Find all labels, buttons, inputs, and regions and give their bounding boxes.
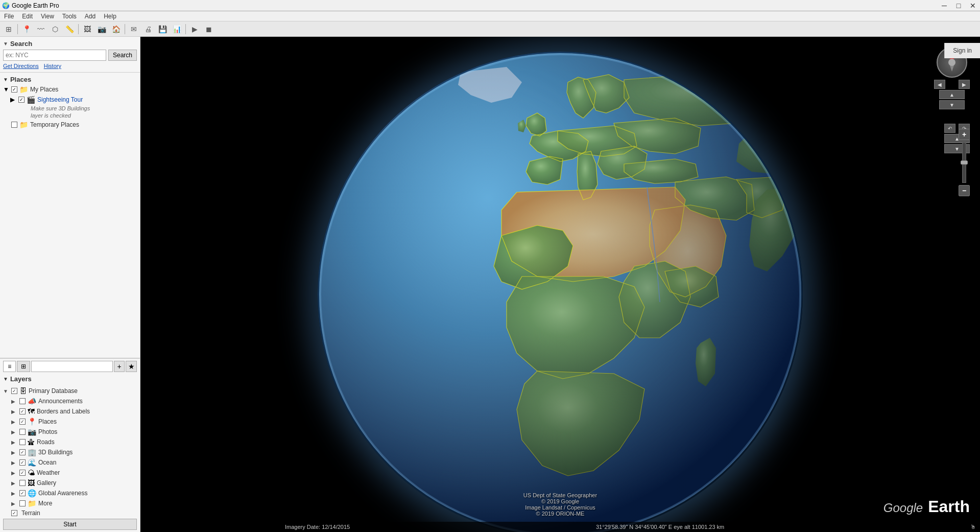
menu-add[interactable]: Add [81, 12, 100, 21]
layer-more[interactable]: ▶ 📁 More [0, 498, 140, 508]
sightseeing-tour-label[interactable]: Sightseeing Tour [37, 96, 83, 103]
toolbar-email-btn[interactable]: ✉ [127, 23, 140, 35]
search-button[interactable]: Search [108, 50, 137, 61]
menu-file[interactable]: File [0, 12, 18, 21]
toolbar-path-btn[interactable]: 〰 [34, 23, 47, 35]
globe [318, 52, 803, 533]
pan-arrows-horizontal: ◀ ▶ [934, 80, 970, 89]
layer-primary-database[interactable]: ▼ ✓ 🗄 Primary Database [0, 386, 140, 396]
search-section-header[interactable]: ▼ Search [3, 40, 137, 48]
history-link[interactable]: History [44, 63, 61, 69]
layer-borders-labels[interactable]: ▶ ✓ 🗺 Borders and Labels [0, 406, 140, 417]
zoom-in-button[interactable]: + [959, 129, 970, 140]
app-icon: 🌍 [2, 2, 10, 9]
maximize-button[interactable]: □ [951, 0, 966, 11]
imagery-date: Imagery Date: 12/14/2015 [285, 524, 350, 530]
layers-section-header[interactable]: ▼ Layers [0, 374, 140, 384]
svg-point-4 [319, 53, 801, 533]
zoom-control: + − [959, 129, 970, 196]
layer-global-awareness[interactable]: ▶ ✓ 🌐 Global Awareness [0, 488, 140, 498]
toolbar-photo-btn[interactable]: 📷 [95, 23, 108, 35]
toolbar-stop-btn[interactable]: ◼ [202, 23, 216, 35]
search-links: Get Directions History [3, 63, 137, 69]
layers-collapse-arrow: ▼ [3, 376, 8, 382]
sightseeing-tour-item[interactable]: ▶ ✓ 🎬 Sightseeing Tour [0, 95, 140, 105]
layer-gallery[interactable]: ▶ 🖼 Gallery [0, 478, 140, 488]
places-label: Places [10, 76, 31, 83]
svg-point-2 [319, 53, 801, 533]
places-tab-grid[interactable]: ⊞ [17, 361, 30, 372]
zoom-out-button[interactable]: − [959, 185, 970, 196]
title-bar-title: Google Earth Pro [12, 2, 59, 9]
layers-section: ▼ ✓ 🗄 Primary Database ▶ 📣 Announcements… [0, 384, 140, 517]
toolbar-play-btn[interactable]: ▶ [188, 23, 201, 35]
zoom-slider[interactable] [962, 142, 966, 183]
pan-down-button[interactable]: ▼ [939, 100, 965, 109]
map-area[interactable]: N ◀ ▶ ▲ ▼ ↶ ↷ ▲ ▼ + − [140, 37, 980, 532]
my-places-checkbox[interactable]: ✓ [11, 86, 17, 92]
temp-places-checkbox[interactable] [11, 122, 17, 128]
places-add-folder-btn[interactable]: + [114, 361, 125, 372]
compass-center [948, 59, 955, 66]
scroll-icon: 🖱 [970, 524, 976, 530]
rotate-left-button[interactable]: ↶ [944, 124, 955, 133]
toolbar-model-btn[interactable]: 🏠 [109, 23, 123, 35]
places-tab-list[interactable]: ≡ [3, 361, 16, 372]
toolbar-measure-btn[interactable]: 📏 [63, 23, 76, 35]
pan-up-button[interactable]: ▲ [939, 90, 965, 99]
layer-photos[interactable]: ▶ 📷 Photos [0, 427, 140, 437]
menu-view[interactable]: View [37, 12, 58, 21]
minimize-button[interactable]: ─ [937, 0, 951, 11]
svg-point-1 [319, 53, 801, 533]
places-section: ▼ Places ▼ ✓ 📁 My Places ▶ ✓ 🎬 Sightseei… [0, 73, 140, 358]
search-collapse-arrow: ▼ [3, 41, 8, 47]
toolbar-print-btn[interactable]: 🖨 [141, 23, 155, 35]
zoom-thumb[interactable] [961, 160, 968, 165]
places-add-btn[interactable]: ★ [126, 361, 137, 372]
toolbar-image-btn[interactable]: 🖼 [81, 23, 94, 35]
close-button[interactable]: ✕ [966, 0, 980, 11]
toolbar-save-btn[interactable]: 💾 [156, 23, 169, 35]
google-earth-watermark: Google Earth [883, 495, 970, 517]
layer-3d-buildings[interactable]: ▶ ✓ 🏢 3D Buildings [0, 447, 140, 457]
search-row: Search [3, 50, 137, 61]
my-places-item[interactable]: ▼ ✓ 📁 My Places [0, 84, 140, 95]
pan-right-button[interactable]: ▶ [959, 80, 970, 89]
title-bar-left: 🌍 Google Earth Pro [0, 2, 59, 9]
menu-help[interactable]: Help [100, 12, 121, 21]
search-input[interactable] [3, 50, 106, 61]
places-section-header[interactable]: ▼ Places [0, 75, 140, 84]
places-search-input[interactable] [31, 361, 113, 372]
toolbar: ⊞ 📍 〰 ⬡ 📏 🖼 📷 🏠 ✉ 🖨 💾 📊 ▶ ◼ Sign in [0, 21, 980, 37]
toolbar-movie-btn[interactable]: 📊 [170, 23, 183, 35]
get-directions-link[interactable]: Get Directions [3, 63, 39, 69]
pan-left-button[interactable]: ◀ [934, 80, 945, 89]
menu-tools[interactable]: Tools [58, 12, 81, 21]
globe-container [318, 52, 803, 533]
layer-terrain[interactable]: ✓ Terrain [0, 508, 140, 517]
sightseeing-note: Make sure 3D Buildingslayer is checked [0, 105, 140, 120]
temp-places-label: Temporary Places [30, 121, 79, 128]
temporary-places-item[interactable]: 📁 Temporary Places [0, 120, 140, 130]
toolbar-sep1 [17, 24, 18, 34]
start-button[interactable]: Start [3, 519, 137, 530]
sign-in-button[interactable]: Sign in [944, 43, 980, 58]
toolbar-sep4 [185, 24, 186, 34]
layer-ocean[interactable]: ▶ ✓ 🌊 Ocean [0, 457, 140, 468]
layers-label: Layers [10, 375, 32, 383]
title-bar: 🌍 Google Earth Pro ─ □ ✕ [0, 0, 980, 11]
layer-roads[interactable]: ▶ 🛣 Roads [0, 437, 140, 447]
toolbar-view-btn[interactable]: ⊞ [2, 23, 15, 35]
toolbar-placemark-btn[interactable]: 📍 [20, 23, 33, 35]
sightseeing-checkbox[interactable]: ✓ [18, 97, 25, 103]
toolbar-polygon-btn[interactable]: ⬡ [49, 23, 62, 35]
layer-weather[interactable]: ▶ ✓ 🌤 Weather [0, 468, 140, 478]
globe-svg [318, 52, 803, 533]
menu-edit[interactable]: Edit [18, 12, 37, 21]
layer-announcements[interactable]: ▶ 📣 Announcements [0, 396, 140, 406]
menu-bar: File Edit View Tools Add Help [0, 11, 980, 21]
my-places-label: My Places [30, 86, 58, 93]
layer-places[interactable]: ▶ ✓ 📍 Places [0, 417, 140, 427]
places-collapse-arrow: ▼ [3, 77, 8, 82]
temp-places-icon: 📁 [19, 121, 28, 129]
